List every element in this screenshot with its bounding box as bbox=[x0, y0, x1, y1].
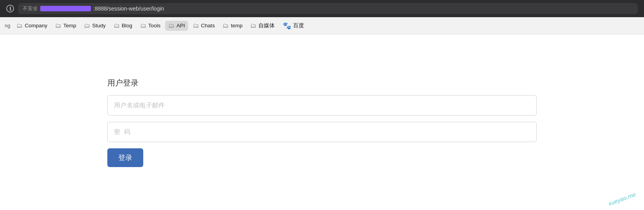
login-form-container: 用户登录 登录 bbox=[107, 70, 537, 175]
folder-icon: 🗂 bbox=[250, 22, 256, 29]
folder-icon: 🗂 bbox=[140, 22, 146, 29]
watermark: xueyao.me bbox=[607, 191, 637, 207]
folder-icon: 🗂 bbox=[84, 22, 90, 29]
folder-icon: 🗂 bbox=[222, 22, 229, 29]
folder-icon: 🗂 bbox=[193, 22, 199, 29]
bookmark-label: API bbox=[176, 23, 185, 28]
username-group bbox=[107, 95, 537, 116]
bookmark-label: temp bbox=[231, 23, 242, 28]
bookmark-label: Tools bbox=[148, 23, 161, 28]
bookmark-tools[interactable]: 🗂 Tools bbox=[137, 21, 164, 31]
bookmark-label: 百度 bbox=[293, 22, 304, 29]
security-icon: ℹ bbox=[6, 5, 14, 12]
bookmark-overflow-label: ng bbox=[5, 23, 10, 28]
folder-icon: 🗂 bbox=[55, 22, 61, 29]
bookmark-label: 自媒体 bbox=[258, 22, 275, 29]
redacted-ip bbox=[40, 6, 91, 11]
bookmark-zimeiti[interactable]: 🗂 自媒体 bbox=[247, 21, 278, 31]
bookmark-blog[interactable]: 🗂 Blog bbox=[110, 21, 135, 31]
bookmark-label: Blog bbox=[122, 23, 132, 28]
bookmark-company[interactable]: 🗂 Company bbox=[13, 21, 50, 31]
login-title: 用户登录 bbox=[107, 78, 537, 88]
bookmarks-bar: ng 🗂 Company 🗂 Temp 🗂 Study 🗂 Blog 🗂 Too… bbox=[0, 17, 644, 34]
bookmark-label: Temp bbox=[63, 23, 76, 28]
bookmark-label: Company bbox=[25, 23, 47, 28]
bookmark-chats[interactable]: 🗂 Chats bbox=[190, 21, 218, 31]
bookmark-label: Study bbox=[92, 23, 106, 28]
page-content: 用户登录 登录 xueyao.me bbox=[0, 34, 644, 210]
bookmark-label: Chats bbox=[201, 23, 215, 28]
password-input[interactable] bbox=[107, 122, 537, 142]
insecure-label: 不安全 bbox=[23, 5, 38, 12]
url-path: :8888/session-web/user/login bbox=[93, 5, 164, 12]
bookmark-baidu[interactable]: 🐾 百度 bbox=[279, 20, 307, 32]
folder-icon: 🗂 bbox=[16, 22, 23, 29]
folder-icon: 🗂 bbox=[168, 22, 174, 29]
login-button[interactable]: 登录 bbox=[107, 148, 143, 167]
bookmark-study[interactable]: 🗂 Study bbox=[81, 21, 109, 31]
folder-icon: 🗂 bbox=[114, 22, 120, 29]
bookmark-temp[interactable]: 🗂 Temp bbox=[52, 21, 79, 31]
baidu-icon: 🐾 bbox=[283, 21, 291, 30]
url-bar[interactable]: 不安全 :8888/session-web/user/login bbox=[18, 3, 638, 14]
bookmark-api[interactable]: 🗂 API bbox=[165, 21, 188, 31]
bookmark-temp2[interactable]: 🗂 temp bbox=[219, 21, 246, 31]
browser-address-bar: ℹ 不安全 :8888/session-web/user/login bbox=[0, 0, 644, 17]
username-input[interactable] bbox=[107, 95, 537, 116]
password-group bbox=[107, 122, 537, 142]
